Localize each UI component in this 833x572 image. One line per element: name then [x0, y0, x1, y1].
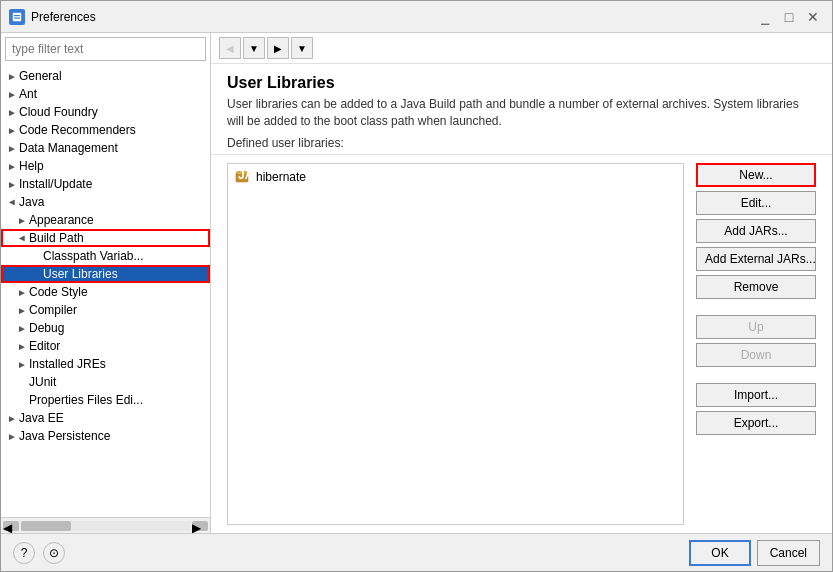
right-description: User libraries can be added to a Java Bu… [227, 96, 816, 130]
arrow-java-persistence: ► [5, 431, 19, 442]
tree-item-debug[interactable]: ► Debug [1, 319, 210, 337]
title-bar-left: Preferences [9, 9, 96, 25]
arrow-java: ▼ [7, 195, 18, 209]
tree-item-user-libraries[interactable]: ► User Libraries [1, 265, 210, 283]
cancel-button[interactable]: Cancel [757, 540, 820, 566]
forward-dropdown-button[interactable]: ▼ [291, 37, 313, 59]
left-panel: ► General ► Ant ► Cloud Foundry ► Code R… [1, 33, 211, 533]
label-user-libraries: User Libraries [43, 267, 118, 281]
remove-button[interactable]: Remove [696, 275, 816, 299]
new-button[interactable]: New... [696, 163, 816, 187]
close-button[interactable]: ✕ [802, 6, 824, 28]
tree-item-compiler[interactable]: ► Compiler [1, 301, 210, 319]
tree-item-code-style[interactable]: ► Code Style [1, 283, 210, 301]
tree-item-java-persistence[interactable]: ► Java Persistence [1, 427, 210, 445]
tree-item-data-management[interactable]: ► Data Management [1, 139, 210, 157]
title-bar: Preferences ⎯ □ ✕ [1, 1, 832, 33]
library-list[interactable]: JAR hibernate [227, 163, 684, 525]
filter-input[interactable] [5, 37, 206, 61]
label-code-style: Code Style [29, 285, 88, 299]
svg-rect-0 [12, 12, 22, 22]
label-editor: Editor [29, 339, 60, 353]
tree-container[interactable]: ► General ► Ant ► Cloud Foundry ► Code R… [1, 65, 210, 517]
window-title: Preferences [31, 10, 96, 24]
tree-item-editor[interactable]: ► Editor [1, 337, 210, 355]
arrow-build-path: ▼ [17, 231, 28, 245]
bottom-right: OK Cancel [689, 540, 820, 566]
label-java-persistence: Java Persistence [19, 429, 110, 443]
tree-item-properties-files[interactable]: ► Properties Files Edi... [1, 391, 210, 409]
add-jars-button[interactable]: Add JARs... [696, 219, 816, 243]
scroll-thumb-h[interactable] [21, 521, 71, 531]
right-panel: ◀ ▼ ▶ ▼ User Libraries User libraries ca… [211, 33, 832, 533]
arrow-installed-jres: ► [15, 359, 29, 370]
horizontal-scrollbar[interactable]: ◀ ▶ [1, 517, 210, 533]
label-install-update: Install/Update [19, 177, 92, 191]
buttons-column: New... Edit... Add JARs... Add External … [696, 163, 816, 525]
app-icon [9, 9, 25, 25]
tree-item-junit[interactable]: ► JUnit [1, 373, 210, 391]
import-button[interactable]: Import... [696, 383, 816, 407]
label-java-ee: Java EE [19, 411, 64, 425]
label-cloud-foundry: Cloud Foundry [19, 105, 98, 119]
nav-dropdown-button[interactable]: ▼ [243, 37, 265, 59]
restore-defaults-button[interactable]: ⊙ [43, 542, 65, 564]
tree-item-appearance[interactable]: ► Appearance [1, 211, 210, 229]
label-appearance: Appearance [29, 213, 94, 227]
button-spacer-2 [696, 371, 816, 379]
help-button[interactable]: ? [13, 542, 35, 564]
arrow-code-recommenders: ► [5, 125, 19, 136]
tree-item-install-update[interactable]: ► Install/Update [1, 175, 210, 193]
tree-item-java[interactable]: ▼ Java [1, 193, 210, 211]
tree-item-classpath-variables[interactable]: ► Classpath Variab... [1, 247, 210, 265]
up-button[interactable]: Up [696, 315, 816, 339]
nav-bar: ◀ ▼ ▶ ▼ [211, 33, 832, 64]
edit-button[interactable]: Edit... [696, 191, 816, 215]
arrow-debug: ► [15, 323, 29, 334]
bottom-left: ? ⊙ [13, 542, 65, 564]
label-junit: JUnit [29, 375, 56, 389]
tree-item-general[interactable]: ► General [1, 67, 210, 85]
minimize-button[interactable]: ⎯ [754, 6, 776, 28]
tree-item-cloud-foundry[interactable]: ► Cloud Foundry [1, 103, 210, 121]
label-data-management: Data Management [19, 141, 118, 155]
arrow-code-style: ► [15, 287, 29, 298]
label-properties-files: Properties Files Edi... [29, 393, 143, 407]
button-spacer [696, 303, 816, 311]
label-compiler: Compiler [29, 303, 77, 317]
label-help: Help [19, 159, 44, 173]
scroll-left-btn[interactable]: ◀ [3, 521, 19, 531]
add-external-jars-button[interactable]: Add External JARs... [696, 247, 816, 271]
tree-item-installed-jres[interactable]: ► Installed JREs [1, 355, 210, 373]
label-installed-jres: Installed JREs [29, 357, 106, 371]
label-build-path: Build Path [29, 231, 84, 245]
label-code-recommenders: Code Recommenders [19, 123, 136, 137]
maximize-button[interactable]: □ [778, 6, 800, 28]
label-classpath-variables: Classpath Variab... [43, 249, 144, 263]
export-button[interactable]: Export... [696, 411, 816, 435]
back-button[interactable]: ◀ [219, 37, 241, 59]
label-java: Java [19, 195, 44, 209]
tree-scroll-inner: ► General ► Ant ► Cloud Foundry ► Code R… [1, 65, 210, 447]
defined-user-libraries-label: Defined user libraries: [227, 136, 816, 150]
ok-button[interactable]: OK [689, 540, 750, 566]
svg-rect-1 [14, 15, 20, 16]
tree-item-help[interactable]: ► Help [1, 157, 210, 175]
arrow-compiler: ► [15, 305, 29, 316]
tree-item-java-ee[interactable]: ► Java EE [1, 409, 210, 427]
arrow-install-update: ► [5, 179, 19, 190]
scroll-right-btn[interactable]: ▶ [192, 521, 208, 531]
right-header: User Libraries User libraries can be add… [211, 64, 832, 155]
bottom-bar: ? ⊙ OK Cancel [1, 533, 832, 571]
tree-item-code-recommenders[interactable]: ► Code Recommenders [1, 121, 210, 139]
tree-item-build-path[interactable]: ▼ Build Path [1, 229, 210, 247]
svg-text:JAR: JAR [238, 169, 250, 182]
scroll-track-h[interactable] [21, 521, 190, 531]
tree-item-ant[interactable]: ► Ant [1, 85, 210, 103]
svg-rect-2 [14, 17, 20, 18]
main-area: ► General ► Ant ► Cloud Foundry ► Code R… [1, 33, 832, 533]
library-item-hibernate[interactable]: JAR hibernate [230, 166, 681, 188]
forward-button[interactable]: ▶ [267, 37, 289, 59]
label-ant: Ant [19, 87, 37, 101]
down-button[interactable]: Down [696, 343, 816, 367]
